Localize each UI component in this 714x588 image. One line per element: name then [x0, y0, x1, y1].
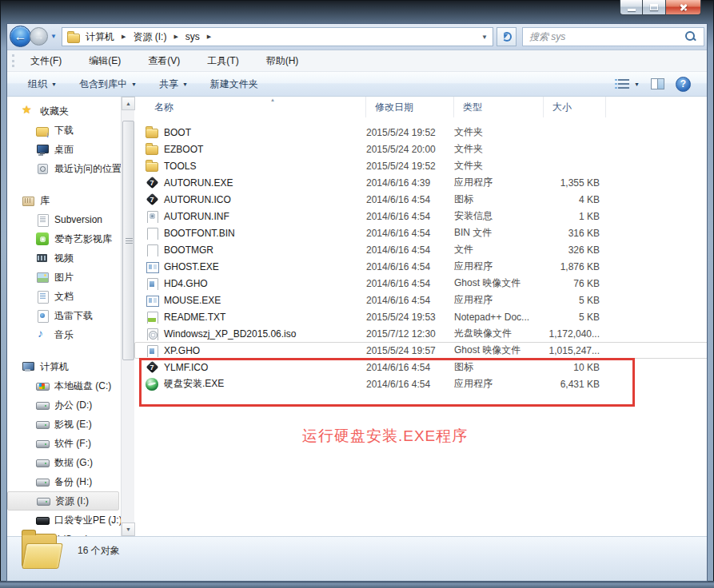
sidebar-item[interactable]: 收藏夹: [7, 101, 121, 121]
desktop-icon: [36, 143, 49, 156]
sidebar-item[interactable]: 办公 (D:): [7, 395, 121, 415]
history-dropdown-icon[interactable]: ▼: [50, 33, 57, 40]
forward-arrow-icon: →: [30, 28, 47, 45]
file-row[interactable]: MOUSE.EXE 2014/6/16 4:54 应用程序 5 KB: [134, 292, 707, 308]
file-size-cell: 326 KB: [544, 244, 606, 256]
menu-file[interactable]: 文件(F): [22, 51, 70, 71]
folder-icon: [67, 34, 80, 43]
sidebar-item[interactable]: 最近访问的位置: [7, 159, 121, 178]
forward-button[interactable]: →: [30, 27, 48, 46]
file-row[interactable]: 硬盘安装.EXE 2014/6/16 4:54 应用程序 6,431 KB: [134, 375, 707, 392]
file-row[interactable]: XP.GHO 2015/5/24 19:57 Ghost 映像文件 1,015,…: [134, 342, 707, 359]
file-row[interactable]: HD4.GHO 2014/6/16 4:54 Ghost 映像文件 76 KB: [134, 275, 707, 292]
sidebar-item[interactable]: 本地磁盘 (C:): [7, 376, 121, 395]
file-row[interactable]: GHOST.EXE 2014/6/16 4:54 应用程序 1,876 KB: [134, 258, 707, 275]
scroll-down-button[interactable]: ▼: [122, 522, 135, 536]
sidebar-item[interactable]: 图片: [7, 268, 121, 287]
gho-icon: [146, 277, 158, 290]
file-name-cell: XP.GHO: [146, 344, 366, 357]
file-row[interactable]: TOOLS 2015/5/24 19:52 文件夹: [134, 157, 707, 174]
file-row[interactable]: AUTORUN.ICO 2014/6/16 4:54 图标 4 KB: [134, 191, 707, 208]
ylmf-icon: [146, 177, 158, 189]
breadcrumb-item[interactable]: 资源 (I:) ▶: [130, 28, 182, 46]
green-icon: [146, 378, 158, 391]
file-row[interactable]: EZBOOT 2015/5/24 20:00 文件夹: [134, 141, 707, 157]
help-button[interactable]: ?: [676, 77, 691, 92]
file-date-cell: 2014/6/16 4:54: [366, 228, 454, 239]
sidebar-item[interactable]: 影视 (E:): [7, 415, 121, 434]
scrollbar-thumb[interactable]: [122, 121, 134, 360]
file-date-cell: 2014/6/16 4:54: [366, 379, 454, 390]
sidebar-item[interactable]: 迅雷下载: [7, 306, 121, 325]
breadcrumb-separator-icon: ▶: [202, 34, 216, 40]
column-header-date[interactable]: 修改日期: [366, 97, 454, 117]
sidebar-item[interactable]: Subversion: [7, 210, 121, 229]
file-date-cell: 2014/6/16 4:54: [366, 194, 454, 205]
search-input[interactable]: [523, 31, 684, 42]
breadcrumb-item[interactable]: 计算机 ▶: [83, 28, 130, 46]
file-row[interactable]: BOOTMGR 2014/6/16 4:54 文件 326 KB: [134, 241, 707, 258]
status-bar: 16 个对象: [7, 536, 707, 581]
recent-icon: [36, 162, 49, 175]
file-rows: BOOT 2015/5/24 19:52 文件夹 EZBOOT 2015/5/2…: [134, 124, 707, 392]
scroll-up-button[interactable]: ▲: [122, 97, 135, 110]
menu-tools[interactable]: 工具(T): [199, 51, 246, 71]
address-dropdown-icon[interactable]: ▼: [481, 34, 489, 41]
search-icon[interactable]: [684, 30, 697, 43]
file-type-cell: BIN 文件: [454, 226, 544, 240]
sidebar-item[interactable]: 备份 (H:): [7, 472, 121, 491]
menu-view[interactable]: 查看(V): [140, 51, 188, 71]
sidebar-item[interactable]: 资源 (I:): [7, 491, 119, 511]
file-row[interactable]: README.TXT 2015/5/24 19:53 Notepad++ Doc…: [134, 308, 707, 325]
refresh-button[interactable]: [497, 27, 517, 46]
column-header-size[interactable]: 大小: [544, 97, 606, 117]
breadcrumb-separator-icon: ▶: [117, 34, 130, 40]
file-date-cell: 2014/6/16 4:54: [366, 295, 454, 306]
sidebar-item[interactable]: 文档: [7, 287, 121, 306]
file-row[interactable]: Windowszj_XP_BD2015.06.iso 2015/7/12 12:…: [134, 325, 707, 342]
file-type-cell: 文件夹: [454, 159, 544, 173]
column-header-name[interactable]: 名称: [146, 97, 366, 117]
close-button[interactable]: [665, 0, 701, 15]
file-row[interactable]: AUTORUN.EXE 2014/6/16 4:39 应用程序 1,355 KB: [134, 174, 707, 191]
file-date-cell: 2014/6/16 4:54: [366, 211, 454, 222]
breadcrumb-item[interactable]: sys ▶: [183, 28, 216, 46]
file-type-cell: 文件夹: [454, 125, 544, 139]
sidebar-item[interactable]: 下载: [7, 121, 121, 140]
share-button[interactable]: 共享▼: [153, 74, 194, 95]
file-row[interactable]: AUTORUN.INF 2014/6/16 4:54 安装信息 1 KB: [134, 208, 707, 224]
back-button[interactable]: ←: [10, 26, 31, 47]
file-type-cell: 安装信息: [454, 209, 544, 223]
sidebar-scrollbar[interactable]: ▲ ▼: [121, 97, 134, 536]
sidebar-item[interactable]: 爱奇艺影视库: [7, 229, 121, 248]
sidebar-item[interactable]: 数据 (G:): [7, 453, 121, 472]
menu-help[interactable]: 帮助(H): [258, 51, 307, 71]
file-row[interactable]: YLMF.ICO 2014/6/16 4:54 图标 10 KB: [134, 359, 707, 375]
new-folder-button[interactable]: 新建文件夹: [204, 74, 265, 95]
close-icon: [679, 2, 688, 12]
file-icon: [146, 227, 158, 240]
sidebar-item[interactable]: 库: [7, 191, 121, 210]
change-view-button[interactable]: ▼: [618, 79, 640, 89]
file-row[interactable]: BOOT 2015/5/24 19:52 文件夹: [134, 124, 707, 141]
sidebar-item[interactable]: 计算机: [7, 357, 121, 376]
command-bar: 组织▼ 包含到库中▼ 共享▼ 新建文件夹 ▼ ?: [7, 72, 707, 97]
titlebar[interactable]: [0, 0, 714, 24]
minimize-button[interactable]: [620, 0, 643, 15]
column-header-type[interactable]: 类型: [454, 97, 544, 117]
sidebar-item[interactable]: 软件 (F:): [7, 434, 121, 453]
file-row[interactable]: BOOTFONT.BIN 2014/6/16 4:54 BIN 文件 316 K…: [134, 224, 707, 241]
sidebar-item[interactable]: 桌面: [7, 140, 121, 159]
view-controls: ▼ ?: [618, 77, 707, 92]
organize-button[interactable]: 组织▼: [22, 74, 63, 95]
address-bar[interactable]: 计算机 ▶ 资源 (I:) ▶ sys ▶ ▼: [62, 27, 493, 46]
include-in-library-button[interactable]: 包含到库中▼: [73, 74, 143, 95]
dropdown-arrow-icon: ▼: [182, 81, 188, 87]
preview-pane-button[interactable]: [651, 78, 664, 89]
sidebar-item[interactable]: 音乐: [7, 325, 121, 344]
maximize-button[interactable]: [643, 0, 665, 15]
app-icon: [146, 294, 158, 307]
file-date-cell: 2014/6/16 4:54: [366, 362, 454, 373]
menu-edit[interactable]: 编辑(E): [81, 51, 129, 71]
sidebar-item[interactable]: 视频: [7, 248, 121, 268]
